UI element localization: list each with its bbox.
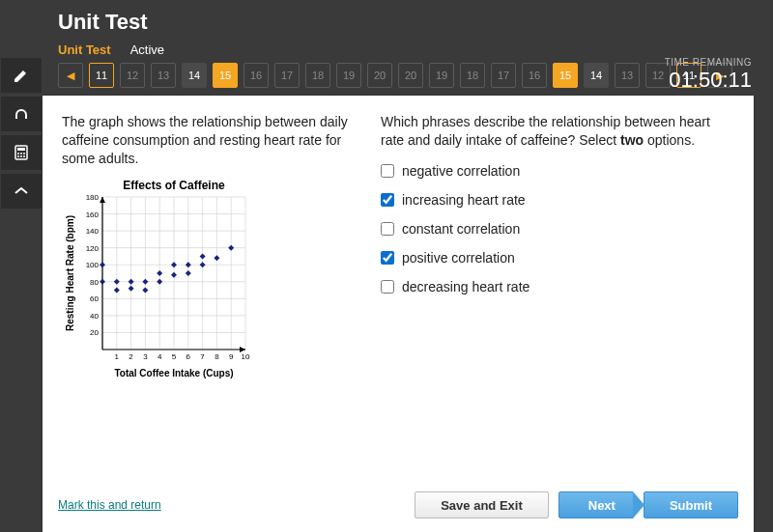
submit-button[interactable]: Submit xyxy=(644,491,738,518)
card-footer: Mark this and return Save and Exit Next … xyxy=(43,482,754,532)
svg-text:5: 5 xyxy=(172,352,177,361)
option-row[interactable]: positive correlation xyxy=(381,250,734,266)
page-button-14[interactable]: 14 xyxy=(584,63,609,88)
svg-text:80: 80 xyxy=(90,277,99,286)
option-label: negative correlation xyxy=(402,163,520,179)
svg-point-2 xyxy=(17,153,19,154)
page-button-18[interactable]: 18 xyxy=(460,63,485,88)
svg-text:3: 3 xyxy=(143,352,148,361)
page-button-11[interactable]: 11 xyxy=(89,63,114,88)
page-button-19[interactable]: 19 xyxy=(336,63,361,88)
page-button-16[interactable]: 16 xyxy=(243,63,269,88)
unit-label: Unit Test xyxy=(58,42,111,57)
svg-text:8: 8 xyxy=(215,352,219,361)
svg-text:9: 9 xyxy=(229,352,234,361)
timer: TIME REMAINING 01:50:11 xyxy=(665,57,754,93)
collapse-tool-button[interactable] xyxy=(1,174,42,209)
svg-text:Resting Heart Rate (bpm): Resting Heart Rate (bpm) xyxy=(65,215,75,331)
calculator-tool-button[interactable] xyxy=(1,135,42,170)
svg-text:10: 10 xyxy=(242,352,250,361)
option-row[interactable]: constant correlation xyxy=(381,221,734,237)
question-card: The graph shows the relationship between… xyxy=(43,96,754,532)
page-button-19[interactable]: 19 xyxy=(429,63,454,88)
state-label: Active xyxy=(130,42,164,57)
page-button-18[interactable]: 18 xyxy=(305,63,330,88)
svg-text:Total Coffee Intake (Cups): Total Coffee Intake (Cups) xyxy=(114,368,233,378)
page-button-20[interactable]: 20 xyxy=(398,63,423,88)
headphones-tool-button[interactable] xyxy=(1,97,42,131)
svg-text:Effects of Caffeine: Effects of Caffeine xyxy=(123,179,225,192)
svg-text:120: 120 xyxy=(86,243,100,252)
svg-point-4 xyxy=(23,153,25,154)
option-row[interactable]: negative correlation xyxy=(381,163,734,179)
svg-text:7: 7 xyxy=(200,352,205,361)
header: Unit Test xyxy=(43,0,754,41)
svg-text:20: 20 xyxy=(90,328,99,337)
save-exit-button[interactable]: Save and Exit xyxy=(415,491,549,518)
page-nav: ◀ 11121314151617181920201918171615141312… xyxy=(43,63,754,96)
prev-page-button[interactable]: ◀ xyxy=(58,63,83,88)
calculator-icon xyxy=(12,143,31,162)
option-label: decreasing heart rate xyxy=(402,279,530,294)
pencil-icon xyxy=(12,66,31,85)
stimulus-pane: The graph shows the relationship between… xyxy=(62,113,361,464)
mark-return-link[interactable]: Mark this and return xyxy=(58,498,161,512)
svg-text:160: 160 xyxy=(86,210,100,218)
chevron-up-icon xyxy=(12,182,31,201)
page-button-13[interactable]: 13 xyxy=(151,63,176,88)
question-text: Which phrases describe the relationship … xyxy=(381,113,734,150)
page-button-15[interactable]: 15 xyxy=(213,63,238,88)
option-label: increasing heart rate xyxy=(402,192,526,208)
svg-text:40: 40 xyxy=(90,312,99,321)
option-row[interactable]: increasing heart rate xyxy=(381,192,734,208)
page-title: Unit Test xyxy=(58,10,738,35)
svg-text:4: 4 xyxy=(157,352,162,361)
svg-point-6 xyxy=(20,155,22,157)
page-button-15[interactable]: 15 xyxy=(553,63,578,88)
svg-point-3 xyxy=(20,153,22,154)
option-row[interactable]: decreasing heart rate xyxy=(381,279,734,294)
chart: 1234567891020406080100120140160180Effect… xyxy=(62,178,361,383)
svg-point-7 xyxy=(23,155,25,157)
page-button-14[interactable]: 14 xyxy=(182,63,207,88)
tool-rail xyxy=(0,0,43,532)
pencil-tool-button[interactable] xyxy=(1,58,42,93)
option-label: constant correlation xyxy=(402,221,520,237)
page-button-20[interactable]: 20 xyxy=(367,63,392,88)
option-checkbox[interactable] xyxy=(381,164,394,178)
headphones-icon xyxy=(12,104,31,124)
timer-label: TIME REMAINING xyxy=(665,57,752,68)
stimulus-text: The graph shows the relationship between… xyxy=(62,113,361,168)
page-button-12[interactable]: 12 xyxy=(120,63,145,88)
svg-text:60: 60 xyxy=(90,294,99,303)
page-button-17[interactable]: 17 xyxy=(274,63,300,88)
svg-text:1: 1 xyxy=(115,352,120,361)
answer-pane: Which phrases describe the relationship … xyxy=(381,113,734,464)
option-checkbox[interactable] xyxy=(381,193,394,207)
option-checkbox[interactable] xyxy=(381,222,394,236)
option-label: positive correlation xyxy=(402,250,515,266)
svg-text:6: 6 xyxy=(186,352,191,361)
page-button-16[interactable]: 16 xyxy=(522,63,547,88)
option-checkbox[interactable] xyxy=(381,280,394,294)
subheader: Unit Test Active xyxy=(43,41,754,63)
svg-text:180: 180 xyxy=(86,193,100,202)
timer-value: 01:50:11 xyxy=(665,68,752,93)
svg-rect-1 xyxy=(17,148,25,151)
svg-text:2: 2 xyxy=(129,352,133,361)
svg-text:100: 100 xyxy=(86,261,100,269)
option-checkbox[interactable] xyxy=(381,251,394,265)
next-button[interactable]: Next xyxy=(558,491,634,518)
svg-point-5 xyxy=(17,155,19,157)
page-button-13[interactable]: 13 xyxy=(615,63,640,88)
page-button-17[interactable]: 17 xyxy=(491,63,516,88)
svg-text:140: 140 xyxy=(86,227,100,236)
